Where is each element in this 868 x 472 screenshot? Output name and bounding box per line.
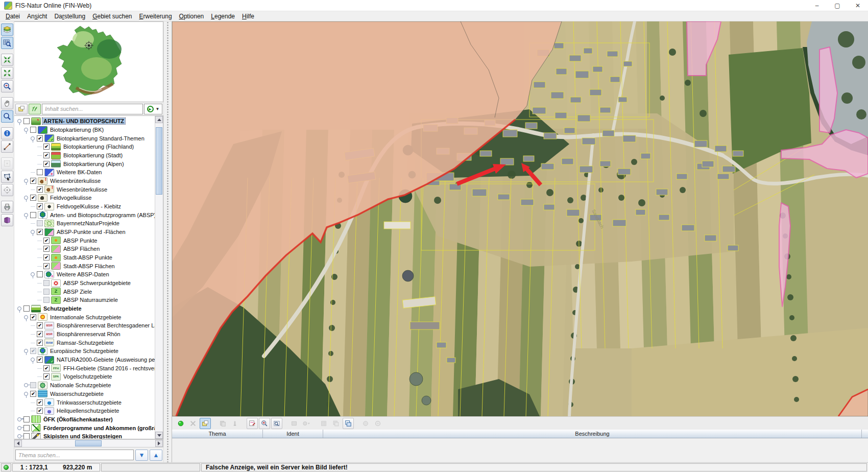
scroll-right-icon[interactable] (155, 440, 163, 447)
layer-tree-item[interactable]: SPA Vogelschutzgebiete (14, 372, 155, 381)
layer-tree-item[interactable]: BSR Biosphärenreservat Berchtesgadener L… (14, 321, 155, 330)
content-search-run-button[interactable]: ▶ ▼ (144, 104, 162, 114)
layer-checkbox[interactable] (23, 118, 30, 124)
tree-expander-icon[interactable] (23, 382, 30, 388)
tree-expander-icon[interactable] (23, 195, 30, 201)
tree-expander-icon[interactable] (37, 246, 43, 252)
measure-line-icon[interactable] (1, 140, 13, 153)
layer-checkbox[interactable] (23, 416, 30, 422)
clear-x-icon[interactable] (187, 418, 199, 429)
layer-tree-item[interactable]: Heilquellenschutzgebiete (14, 407, 155, 415)
zoom-previous-icon[interactable] (1, 80, 13, 92)
menu-item[interactable]: Darstellung (51, 12, 89, 21)
tree-expander-icon[interactable] (30, 399, 36, 406)
layer-checkbox[interactable] (37, 399, 43, 406)
layer-checkbox[interactable] (37, 186, 43, 193)
theme-search-input[interactable] (15, 450, 134, 460)
measure-area-icon[interactable] (1, 171, 13, 183)
table-column-header[interactable]: Thema (172, 430, 263, 438)
table-column-header[interactable]: Ident (263, 430, 323, 438)
select-circle-dropdown-icon[interactable] (301, 418, 312, 429)
tree-expander-icon[interactable] (30, 322, 36, 328)
layer-tree-item[interactable]: Wiesenbrüterkulisse (14, 185, 155, 194)
layer-tree-item[interactable]: Biotopkartierung (Alpen) (14, 159, 155, 168)
layer-checkbox[interactable] (30, 178, 36, 184)
layer-tree-item[interactable]: Wiesenbrüterkulisse (14, 177, 155, 185)
window-control-button[interactable]: ✕ (848, 0, 868, 11)
layer-checkbox[interactable] (37, 340, 43, 346)
menu-item[interactable]: Legende (207, 12, 238, 21)
buffer-outline-icon[interactable] (372, 418, 383, 429)
layer-checkbox[interactable] (43, 246, 50, 252)
tree-expander-icon[interactable] (37, 144, 43, 150)
layer-tree-item[interactable]: NATURA2000-Gebiete (Ausweisung per RVO) (14, 356, 155, 364)
overview-map[interactable] (14, 21, 163, 102)
zoom-full-extent-icon[interactable] (1, 67, 13, 79)
info-icon[interactable] (1, 127, 13, 139)
zoom-extent-in-icon[interactable] (1, 54, 13, 66)
menu-item[interactable]: Erweiterung (136, 12, 176, 21)
search-next-button[interactable]: ▼ (135, 450, 148, 461)
pan-hand-icon[interactable] (1, 97, 13, 109)
scroll-up-icon[interactable] (155, 116, 163, 123)
layer-tree-item[interactable]: ABSP-Punkte und -Flächen (14, 228, 155, 237)
layer-checkbox[interactable] (23, 433, 30, 439)
layer-checkbox[interactable] (43, 263, 50, 269)
layer-checkbox[interactable] (43, 373, 50, 380)
layer-checkbox[interactable] (30, 382, 36, 388)
layer-tree-item[interactable]: Z ABSP Naturraumziele (14, 296, 155, 304)
tree-expander-icon[interactable] (30, 331, 36, 337)
layer-checkbox[interactable] (37, 408, 43, 414)
themes-layers-icon[interactable] (1, 23, 13, 36)
layer-tree-item[interactable]: Z ABSP Ziele (14, 287, 155, 296)
layer-checkbox[interactable] (43, 238, 50, 244)
select-rect-icon[interactable] (1, 157, 13, 170)
tree-expander-icon[interactable] (37, 263, 43, 269)
tree-expander-icon[interactable] (37, 238, 43, 244)
search-previous-button[interactable]: ▲ (150, 450, 162, 461)
layer-checkbox[interactable] (37, 271, 43, 277)
layer-checkbox[interactable] (37, 322, 43, 328)
grid-icon[interactable] (318, 418, 329, 429)
layer-checkbox[interactable] (43, 152, 50, 158)
layer-tree-item[interactable]: ÖFK (Ökoflächenkataster) (14, 415, 155, 424)
layer-checkbox[interactable] (43, 254, 50, 261)
menu-item[interactable]: Datei (2, 12, 23, 21)
tree-expander-icon[interactable] (30, 203, 36, 209)
tree-expander-icon[interactable] (30, 220, 36, 226)
tree-expander-icon[interactable] (37, 289, 43, 295)
layer-checkbox[interactable] (37, 169, 43, 175)
table-column-header[interactable]: Beschreibung (323, 430, 862, 438)
layer-tree-item[interactable]: Europäische Schutzgebiete (14, 347, 155, 356)
cascade-windows-icon[interactable] (343, 418, 354, 429)
tree-expander-icon[interactable] (17, 425, 23, 431)
zoom-cancel-icon[interactable] (259, 418, 270, 429)
buffer-icon[interactable] (360, 418, 371, 429)
center-crosshair-icon[interactable] (1, 184, 13, 196)
content-search-input[interactable] (42, 104, 143, 114)
copy-icon[interactable] (217, 418, 228, 429)
tree-expander-icon[interactable] (17, 305, 23, 312)
redline-edit-icon[interactable] (247, 418, 258, 429)
results-table-body[interactable] (172, 438, 868, 462)
layer-checkbox[interactable] (43, 161, 50, 167)
layer-tree-item[interactable]: Nationale Schutzgebiete (14, 381, 155, 390)
layer-checkbox[interactable] (23, 305, 30, 312)
layer-checkbox[interactable] (30, 212, 36, 218)
menu-item[interactable]: Gebiet suchen (89, 12, 135, 21)
layer-checkbox[interactable] (43, 280, 50, 286)
layer-tree-item[interactable]: Trinkwasserschutzgebiete (14, 398, 155, 407)
layer-checkbox[interactable] (43, 297, 50, 303)
scroll-down-icon[interactable] (155, 432, 163, 439)
window-control-button[interactable]: – (807, 0, 827, 11)
tree-expander-icon[interactable] (30, 357, 36, 363)
layer-tree-item[interactable]: Weitere ABSP-Daten (14, 270, 155, 279)
layer-checkbox[interactable] (43, 365, 50, 371)
tree-expander-icon[interactable] (30, 229, 36, 235)
layer-tree-item[interactable]: RAM Ramsar-Schutzgebiete (14, 338, 155, 347)
layer-tree-item[interactable]: Biotopkartierung (Stadt) (14, 151, 155, 160)
layer-tree-item[interactable]: Internationale Schutzgebiete (14, 313, 155, 321)
tree-expander-icon[interactable] (23, 212, 30, 218)
panel-layers-icon[interactable] (15, 104, 28, 114)
menu-item[interactable]: Hilfe (238, 12, 258, 21)
